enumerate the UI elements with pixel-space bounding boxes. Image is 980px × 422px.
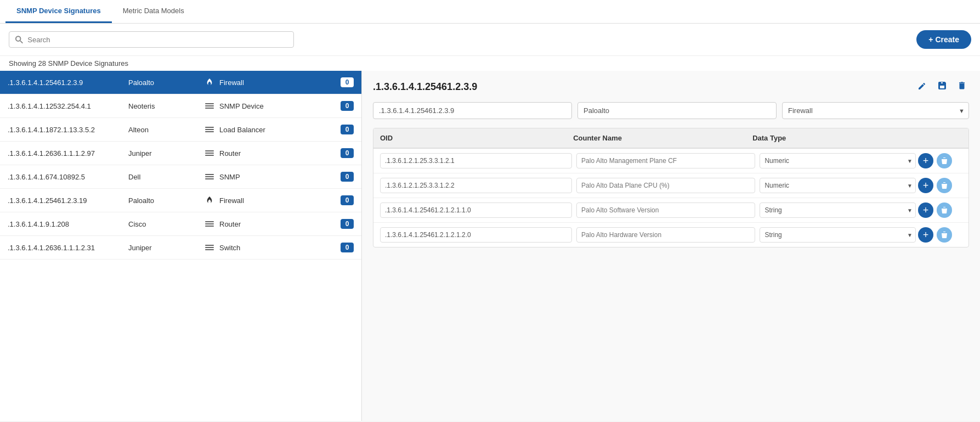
create-button[interactable]: + Create bbox=[916, 30, 971, 49]
svg-rect-14 bbox=[205, 221, 214, 222]
device-oid: .1.3.6.1.4.1.2636.1.1.1.2.31 bbox=[8, 244, 128, 252]
delete-row-button[interactable] bbox=[937, 202, 952, 218]
toolbar: + Create bbox=[0, 24, 980, 56]
list-item[interactable]: .1.3.6.1.4.1.25461.2.3.19 Paloalto Firew… bbox=[0, 189, 361, 212]
list-item[interactable]: .1.3.6.1.4.1.1872.1.13.3.5.2 Alteon Load… bbox=[0, 118, 361, 142]
device-vendor: Juniper bbox=[128, 244, 205, 252]
col-dtype-header: Data Type bbox=[752, 134, 918, 142]
oid-table: OID Counter Name Data Type NumericString… bbox=[373, 128, 969, 247]
add-row-button[interactable]: + bbox=[918, 227, 933, 243]
counter-input[interactable] bbox=[576, 153, 755, 168]
device-type-wrapper: Router bbox=[205, 220, 341, 228]
add-row-button[interactable]: + bbox=[918, 178, 933, 193]
oid-input[interactable] bbox=[380, 153, 572, 168]
device-type-wrapper: Load Balancer bbox=[205, 126, 341, 134]
dtype-select-wrapper: NumericStringBoolean ▼ bbox=[760, 153, 916, 168]
delete-row-button[interactable] bbox=[937, 153, 952, 168]
list-item[interactable]: .1.3.6.1.4.1.2636.1.1.1.2.97 Juniper Rou… bbox=[0, 142, 361, 165]
device-vendor: Cisco bbox=[128, 220, 205, 228]
count-label: Showing 28 SNMP Device Signatures bbox=[0, 56, 980, 71]
svg-point-0 bbox=[16, 36, 21, 41]
device-type-wrapper: Firewall bbox=[205, 196, 341, 205]
oid-input[interactable] bbox=[380, 227, 572, 243]
main-layout: .1.3.6.1.4.1.25461.2.3.9 Paloalto Firewa… bbox=[0, 71, 980, 421]
device-oid: .1.3.6.1.4.1.25461.2.3.9 bbox=[8, 78, 128, 87]
delete-button[interactable] bbox=[955, 80, 969, 94]
device-type-wrapper: Switch bbox=[205, 244, 341, 252]
device-vendor: Dell bbox=[128, 173, 205, 181]
device-type: SNMP Device bbox=[219, 102, 264, 110]
detail-oid-input[interactable] bbox=[373, 102, 572, 119]
add-row-button[interactable]: + bbox=[918, 153, 933, 168]
device-list: .1.3.6.1.4.1.25461.2.3.9 Paloalto Firewa… bbox=[0, 71, 362, 421]
type-icon bbox=[205, 220, 216, 228]
tab-metric[interactable]: Metric Data Models bbox=[112, 0, 195, 23]
search-input[interactable] bbox=[27, 36, 288, 44]
device-type: Router bbox=[219, 149, 241, 157]
oid-input[interactable] bbox=[380, 178, 572, 193]
dtype-select[interactable]: NumericStringBoolean bbox=[760, 153, 916, 168]
detail-header: .1.3.6.1.4.1.25461.2.3.9 bbox=[373, 80, 969, 94]
col-actions-header bbox=[918, 134, 962, 142]
svg-rect-18 bbox=[205, 247, 214, 248]
detail-type-select[interactable]: Firewall Router Switch SNMP Device Load … bbox=[782, 102, 969, 119]
list-item[interactable]: .1.3.6.1.4.1.674.10892.5 Dell SNMP 0 bbox=[0, 165, 361, 189]
oid-rows-container: NumericStringBoolean ▼ + NumericStringBo… bbox=[373, 149, 968, 247]
dtype-select[interactable]: NumericStringBoolean bbox=[760, 202, 916, 218]
oid-table-header: OID Counter Name Data Type bbox=[373, 128, 968, 149]
detail-vendor-input[interactable] bbox=[577, 102, 777, 119]
page-content: + Create Showing 28 SNMP Device Signatur… bbox=[0, 24, 980, 421]
list-item[interactable]: .1.3.6.1.4.1.9.1.208 Cisco Router 0 bbox=[0, 212, 361, 236]
delete-row-button[interactable] bbox=[937, 227, 952, 243]
svg-rect-12 bbox=[205, 176, 214, 177]
device-badge: 0 bbox=[341, 243, 354, 252]
device-oid: .1.3.6.1.4.1.12532.254.4.1 bbox=[8, 102, 128, 110]
svg-rect-4 bbox=[205, 108, 214, 109]
counter-input[interactable] bbox=[576, 202, 755, 218]
dtype-wrapper: NumericStringBoolean ▼ bbox=[760, 178, 916, 193]
device-detail: .1.3.6.1.4.1.25461.2.3.9 bbox=[362, 71, 980, 421]
svg-rect-5 bbox=[205, 127, 214, 128]
oid-input[interactable] bbox=[380, 202, 572, 218]
svg-line-1 bbox=[20, 41, 22, 43]
delete-row-button[interactable] bbox=[937, 178, 952, 193]
edit-button[interactable] bbox=[915, 80, 930, 94]
device-type: SNMP bbox=[219, 173, 240, 181]
device-oid: .1.3.6.1.4.1.9.1.208 bbox=[8, 220, 128, 228]
device-type-wrapper: SNMP bbox=[205, 173, 341, 181]
type-icon bbox=[205, 78, 216, 86]
type-icon bbox=[205, 244, 216, 251]
col-oid-header: OID bbox=[380, 134, 573, 142]
row-actions: + bbox=[918, 178, 962, 193]
type-icon bbox=[205, 102, 216, 110]
dtype-select-wrapper: NumericStringBoolean ▼ bbox=[760, 202, 916, 218]
svg-rect-11 bbox=[205, 174, 214, 175]
type-icon bbox=[205, 149, 216, 157]
dtype-wrapper: NumericStringBoolean ▼ bbox=[760, 227, 916, 243]
add-row-button[interactable]: + bbox=[918, 202, 933, 218]
list-item[interactable]: .1.3.6.1.4.1.25461.2.3.9 Paloalto Firewa… bbox=[0, 71, 361, 94]
svg-rect-9 bbox=[205, 153, 214, 154]
list-item[interactable]: .1.3.6.1.4.1.2636.1.1.1.2.31 Juniper Swi… bbox=[0, 236, 361, 260]
row-actions: + bbox=[918, 227, 962, 243]
save-button[interactable] bbox=[935, 80, 949, 94]
device-oid: .1.3.6.1.4.1.25461.2.3.19 bbox=[8, 196, 128, 205]
type-icon bbox=[205, 196, 216, 204]
oid-row: NumericStringBoolean ▼ + bbox=[373, 223, 968, 247]
search-wrapper bbox=[9, 31, 294, 48]
dtype-select[interactable]: NumericStringBoolean bbox=[760, 178, 916, 193]
svg-rect-6 bbox=[205, 129, 214, 130]
device-type: Firewall bbox=[219, 196, 244, 205]
dtype-select-wrapper: NumericStringBoolean ▼ bbox=[760, 227, 916, 243]
device-vendor: Neoteris bbox=[128, 102, 205, 110]
counter-input[interactable] bbox=[576, 178, 755, 193]
tab-snmp[interactable]: SNMP Device Signatures bbox=[5, 0, 112, 23]
device-badge: 0 bbox=[341, 125, 354, 134]
list-item[interactable]: .1.3.6.1.4.1.12532.254.4.1 Neoteris SNMP… bbox=[0, 94, 361, 118]
svg-rect-13 bbox=[205, 178, 214, 179]
dtype-select[interactable]: NumericStringBoolean bbox=[760, 227, 916, 243]
device-vendor: Juniper bbox=[128, 149, 205, 157]
device-oid: .1.3.6.1.4.1.2636.1.1.1.2.97 bbox=[8, 149, 128, 157]
device-type: Load Balancer bbox=[219, 126, 265, 134]
counter-input[interactable] bbox=[576, 227, 755, 243]
